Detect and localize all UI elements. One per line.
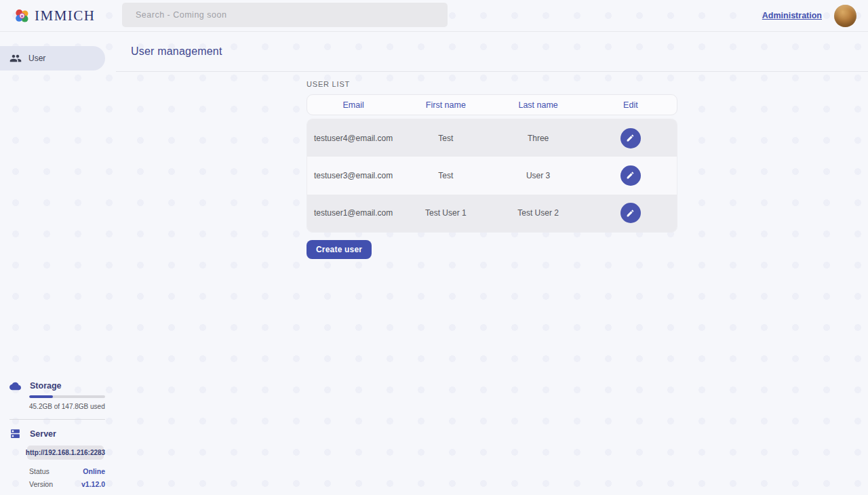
table-row: testuser1@email.com Test User 1 Test Use… (307, 195, 677, 232)
server-version-label: Version (29, 480, 53, 488)
column-header-edit: Edit (585, 100, 677, 110)
column-header-email: Email (307, 100, 399, 110)
users-icon (9, 52, 22, 64)
table-header-row: Email First name Last name Edit (307, 94, 677, 115)
column-header-first-name: First name (399, 100, 492, 110)
user-first-name: Test (399, 171, 492, 180)
immich-flower-logo-icon (14, 7, 31, 24)
sidebar-item-label: User (28, 54, 45, 63)
brand-name: IMMICH (35, 7, 96, 24)
storage-usage-text: 45.2GB of 147.8GB used (29, 403, 105, 410)
brand[interactable]: IMMICH (14, 7, 96, 24)
sidebar-status-panel: Storage 45.2GB of 147.8GB used Server ht… (0, 381, 116, 488)
column-header-last-name: Last name (492, 100, 585, 110)
sidebar: User Storage 45.2GB of 147.8GB used (0, 32, 116, 495)
storage-title: Storage (30, 381, 62, 391)
user-email: testuser4@email.com (307, 134, 399, 143)
user-list-label: USER LIST (307, 80, 677, 88)
server-icon (9, 428, 21, 439)
edit-user-button[interactable] (620, 128, 641, 148)
table-row: testuser4@email.com Test Three (307, 119, 677, 157)
user-table-body: testuser4@email.com Test Three (307, 119, 677, 233)
cloud-icon (9, 382, 21, 391)
storage-progress-bar (29, 395, 105, 398)
pencil-icon (626, 134, 635, 142)
avatar[interactable] (834, 5, 856, 27)
storage-progress-fill (29, 395, 53, 398)
server-status-value: Online (83, 467, 105, 475)
server-url-chip: http://192.168.1.216:2283 (27, 446, 104, 460)
user-last-name: User 3 (492, 171, 585, 180)
sidebar-divider (9, 419, 105, 420)
user-email: testuser3@email.com (307, 171, 399, 180)
user-first-name: Test (399, 134, 492, 143)
title-bar: User management (116, 32, 868, 72)
create-user-button[interactable]: Create user (307, 240, 372, 259)
table-row: testuser3@email.com Test User 3 (307, 157, 677, 194)
administration-link[interactable]: Administration (762, 11, 822, 20)
pencil-icon (626, 171, 635, 180)
server-version-value: v1.12.0 (81, 480, 105, 488)
user-last-name: Test User 2 (492, 208, 585, 218)
pencil-icon (626, 209, 635, 218)
sidebar-item-user[interactable]: User (0, 46, 105, 71)
server-title: Server (30, 429, 56, 439)
page-title: User management (131, 45, 222, 58)
user-last-name: Three (492, 134, 585, 143)
server-status-label: Status (29, 467, 50, 475)
top-navbar: IMMICH Administration (0, 0, 868, 32)
user-email: testuser1@email.com (307, 208, 399, 218)
search-input[interactable] (122, 3, 448, 27)
main-panel: User management USER LIST Email First na… (116, 32, 868, 495)
edit-user-button[interactable] (620, 165, 641, 186)
user-first-name: Test User 1 (399, 208, 492, 218)
edit-user-button[interactable] (620, 203, 641, 223)
